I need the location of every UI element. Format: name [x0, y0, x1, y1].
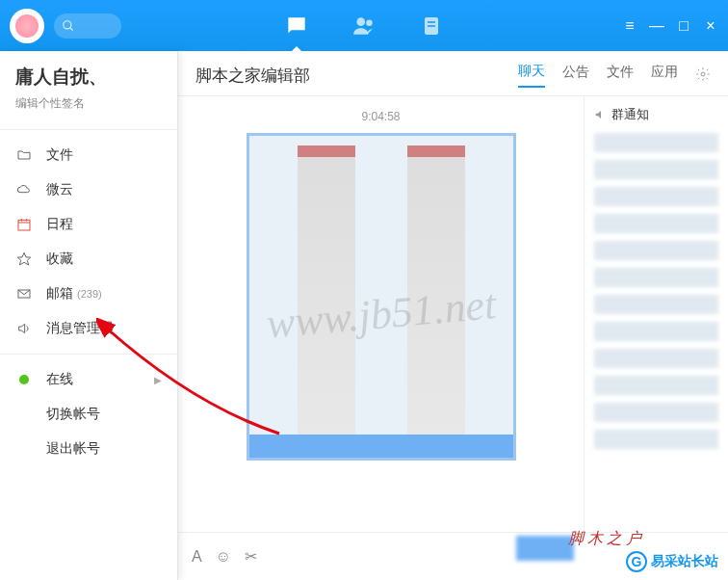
search-input[interactable] [54, 13, 121, 39]
gear-icon [695, 66, 711, 82]
profile-signature[interactable]: 编辑个性签名 [15, 95, 162, 112]
svg-marker-11 [17, 252, 30, 265]
folder-icon [15, 146, 33, 164]
menu-label: 日程 [46, 216, 73, 233]
horn-icon [594, 108, 608, 121]
speaker-icon [15, 320, 33, 337]
maximize-button[interactable]: □ [676, 18, 691, 34]
svg-rect-7 [18, 220, 30, 230]
chat-title: 脚本之家编辑部 [195, 65, 310, 87]
tab-chat[interactable]: 聊天 [518, 63, 545, 88]
tab-app[interactable]: 应用 [651, 64, 678, 87]
nav-messages[interactable] [282, 12, 311, 40]
nav-contacts[interactable] [350, 12, 378, 40]
menu-file[interactable]: 文件 [0, 138, 177, 172]
menu-favorites[interactable]: 收藏 [0, 242, 177, 277]
chat-timestamp: 9:04:58 [188, 110, 574, 123]
tab-file[interactable]: 文件 [607, 64, 634, 87]
svg-line-1 [70, 27, 73, 30]
calendar-icon [15, 216, 33, 233]
close-button[interactable]: × [703, 18, 718, 34]
site-logo: G 易采站长站 [626, 551, 718, 572]
menu-label: 消息管理器 [46, 320, 114, 337]
main-menu-panel: 庸人自扰、 编辑个性签名 文件 微云 日程 收藏 邮箱 (239) 消息管理器 [0, 51, 178, 580]
menu-online-status[interactable]: 在线 ▶ [0, 362, 177, 397]
status-dot-online [19, 375, 29, 384]
menu-schedule[interactable]: 日程 [0, 207, 177, 242]
scissors-button[interactable]: ✂ [245, 547, 257, 566]
message-icon [284, 13, 309, 39]
mail-icon [15, 285, 33, 303]
mail-count: (239) [77, 288, 102, 300]
menu-label: 退出帐号 [46, 440, 100, 458]
menu-label: 在线 [46, 371, 73, 388]
member-list [594, 133, 718, 449]
emoji-button[interactable]: ☺ [216, 548, 231, 566]
menu-label: 收藏 [46, 250, 73, 268]
side-panel-title[interactable]: 群通知 [594, 106, 718, 123]
menu-label: 文件 [46, 146, 73, 164]
svg-point-3 [366, 19, 373, 26]
menu-mail[interactable]: 邮箱 (239) [0, 277, 177, 311]
svg-marker-13 [19, 324, 25, 332]
send-button[interactable] [516, 536, 574, 561]
menu-cloud[interactable]: 微云 [0, 172, 177, 207]
menu-label: 切换帐号 [46, 406, 100, 423]
chat-message-image[interactable] [247, 133, 516, 461]
menu-msg-manager[interactable]: 消息管理器 [0, 311, 177, 346]
menu-logout[interactable]: 退出帐号 [0, 432, 177, 466]
svg-point-14 [701, 72, 705, 76]
svg-point-0 [64, 20, 71, 28]
menu-switch-account[interactable]: 切换帐号 [0, 397, 177, 432]
contacts-icon [351, 13, 377, 39]
cloud-icon [15, 181, 33, 198]
settings-button[interactable] [695, 66, 711, 85]
user-avatar[interactable] [10, 9, 44, 43]
menu-button[interactable]: ≡ [622, 18, 637, 34]
minimize-button[interactable]: — [649, 18, 664, 34]
tab-notice[interactable]: 公告 [562, 64, 589, 87]
search-icon [62, 19, 75, 33]
apps-icon [420, 14, 443, 38]
svg-point-2 [356, 17, 365, 26]
star-icon [15, 250, 33, 268]
chevron-right-icon: ▶ [154, 375, 162, 385]
nav-apps[interactable] [417, 12, 446, 40]
menu-label: 微云 [46, 181, 73, 198]
profile-name: 庸人自扰、 [15, 65, 162, 90]
font-button[interactable]: A [192, 548, 202, 566]
menu-label: 邮箱 [46, 285, 73, 303]
watermark-red: 脚 木 之 户 [568, 529, 641, 549]
